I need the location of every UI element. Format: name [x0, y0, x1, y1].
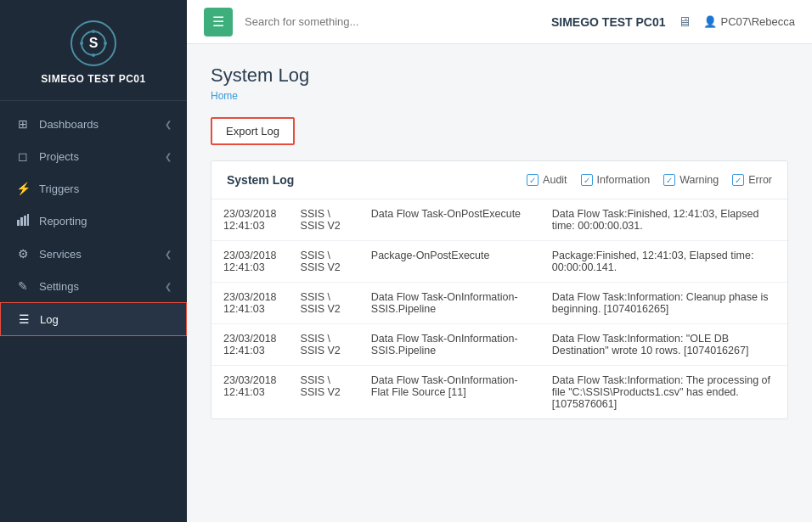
menu-toggle-button[interactable]: ☰ [204, 8, 233, 36]
svg-text:S: S [89, 36, 99, 50]
topbar-user: 👤 PC07\Rebecca [703, 15, 795, 28]
monitor-icon[interactable]: 🖥 [678, 14, 691, 30]
projects-icon: ◻ [15, 149, 31, 163]
filter-audit[interactable]: ✓ Audit [527, 174, 567, 186]
table-row: 23/03/201812:41:03 SSIS \ SSIS V2 Packag… [211, 241, 787, 283]
sidebar-logo: S SIMEGO TEST PC01 [0, 0, 187, 101]
sidebar-label-services: Services [39, 248, 165, 261]
app-logo-icon: S [70, 20, 116, 66]
log-source: SSIS \ SSIS V2 [289, 324, 359, 366]
filter-error-label: Error [748, 174, 772, 186]
log-date: 23/03/201812:41:03 [211, 199, 289, 241]
svg-point-2 [92, 30, 95, 33]
sidebar-item-triggers[interactable]: ⚡ Triggers [0, 172, 187, 205]
sidebar-label-reporting: Reporting [39, 215, 172, 227]
svg-point-4 [80, 42, 83, 45]
search-input[interactable] [245, 15, 539, 28]
chevron-icon-settings: ❮ [165, 282, 172, 291]
sidebar-item-reporting[interactable]: Reporting [0, 205, 187, 238]
audit-checkbox[interactable]: ✓ [527, 174, 539, 186]
sidebar-label-dashboards: Dashboards [39, 118, 165, 131]
sidebar-item-dashboards[interactable]: ⊞ Dashboards ❮ [0, 108, 187, 140]
error-checkbox[interactable]: ✓ [732, 174, 744, 186]
sidebar-label-settings: Settings [39, 280, 165, 293]
reporting-icon [15, 214, 31, 228]
chevron-icon-services: ❮ [165, 250, 172, 259]
topbar-icons: 🖥 👤 PC07\Rebecca [678, 14, 795, 30]
sidebar-label-log: Log [40, 313, 171, 326]
log-source: SSIS \ SSIS V2 [289, 366, 359, 419]
log-task: Data Flow Task-OnInformation-Flat File S… [359, 366, 540, 419]
log-message: Data Flow Task:Information: Cleanup phas… [540, 283, 787, 324]
sidebar-app-name: SIMEGO TEST PC01 [41, 73, 145, 85]
svg-rect-8 [24, 216, 26, 226]
filter-items: ✓ Audit ✓ Information ✓ Warning ✓ Error [527, 174, 772, 186]
chevron-icon-projects: ❮ [165, 152, 172, 161]
page-title: System Log [211, 65, 788, 87]
sidebar-nav: ⊞ Dashboards ❮ ◻ Projects ❮ ⚡ Triggers R… [0, 101, 187, 522]
sidebar-label-projects: Projects [39, 150, 165, 163]
chevron-icon-dashboards: ❮ [165, 120, 172, 129]
filter-information-label: Information [597, 174, 651, 186]
sidebar-label-triggers: Triggers [39, 182, 172, 195]
log-date: 23/03/201812:41:03 [211, 366, 289, 419]
warning-checkbox[interactable]: ✓ [663, 174, 675, 186]
dashboards-icon: ⊞ [15, 117, 31, 131]
log-card-header: System Log ✓ Audit ✓ Information ✓ Warni… [211, 161, 787, 199]
sidebar: S SIMEGO TEST PC01 ⊞ Dashboards ❮ [0, 0, 187, 522]
log-source: SSIS \ SSIS V2 [289, 241, 359, 283]
sidebar-item-log[interactable]: ☰ Log [0, 302, 187, 336]
log-task: Data Flow Task-OnPostExecute [359, 199, 540, 241]
log-message: Data Flow Task:Information: "OLE DB Dest… [540, 324, 787, 366]
filter-warning[interactable]: ✓ Warning [663, 174, 719, 186]
filter-audit-label: Audit [543, 174, 567, 186]
export-log-button[interactable]: Export Log [211, 117, 295, 145]
filter-warning-label: Warning [679, 174, 719, 186]
log-icon: ☰ [16, 312, 31, 326]
table-row: 23/03/201812:41:03 SSIS \ SSIS V2 Data F… [211, 324, 787, 366]
sidebar-item-settings[interactable]: ✎ Settings ❮ [0, 270, 187, 302]
log-table: 23/03/201812:41:03 SSIS \ SSIS V2 Data F… [211, 199, 787, 418]
log-date: 23/03/201812:41:03 [211, 241, 289, 283]
svg-point-5 [104, 42, 107, 45]
filter-information[interactable]: ✓ Information [581, 174, 651, 186]
table-row: 23/03/201812:41:03 SSIS \ SSIS V2 Data F… [211, 366, 787, 419]
triggers-icon: ⚡ [15, 182, 31, 195]
log-message: Package:Finished, 12:41:03, Elapsed time… [540, 241, 787, 283]
log-date: 23/03/201812:41:03 [211, 283, 289, 324]
log-message: Data Flow Task:Finished, 12:41:03, Elaps… [540, 199, 787, 241]
table-row: 23/03/201812:41:03 SSIS \ SSIS V2 Data F… [211, 199, 787, 241]
log-task: Package-OnPostExecute [359, 241, 540, 283]
topbar-app-title: SIMEGO TEST PC01 [551, 15, 666, 29]
svg-rect-6 [17, 220, 20, 226]
settings-icon: ✎ [15, 279, 31, 293]
user-name: PC07\Rebecca [721, 15, 795, 28]
svg-point-3 [92, 53, 95, 57]
topbar: ☰ SIMEGO TEST PC01 🖥 👤 PC07\Rebecca [187, 0, 812, 44]
log-task: Data Flow Task-OnInformation-SSIS.Pipeli… [359, 324, 540, 366]
svg-rect-9 [27, 214, 29, 226]
sidebar-item-services[interactable]: ⚙ Services ❮ [0, 238, 187, 270]
log-source: SSIS \ SSIS V2 [289, 283, 359, 324]
filter-error[interactable]: ✓ Error [732, 174, 772, 186]
user-icon: 👤 [703, 15, 717, 28]
main-content: ☰ SIMEGO TEST PC01 🖥 👤 PC07\Rebecca Syst… [187, 0, 812, 522]
hamburger-icon: ☰ [212, 14, 224, 30]
sidebar-item-projects[interactable]: ◻ Projects ❮ [0, 140, 187, 172]
information-checkbox[interactable]: ✓ [581, 174, 593, 186]
log-message: Data Flow Task:Information: The processi… [540, 366, 787, 419]
table-row: 23/03/201812:41:03 SSIS \ SSIS V2 Data F… [211, 283, 787, 324]
log-source: SSIS \ SSIS V2 [289, 199, 359, 241]
page-content: System Log Home Export Log System Log ✓ … [187, 44, 812, 522]
log-card-title: System Log [227, 173, 527, 187]
log-card: System Log ✓ Audit ✓ Information ✓ Warni… [211, 160, 788, 419]
log-date: 23/03/201812:41:03 [211, 324, 289, 366]
svg-rect-7 [20, 217, 23, 226]
services-icon: ⚙ [15, 247, 31, 261]
log-task: Data Flow Task-OnInformation-SSIS.Pipeli… [359, 283, 540, 324]
breadcrumb[interactable]: Home [211, 90, 788, 102]
